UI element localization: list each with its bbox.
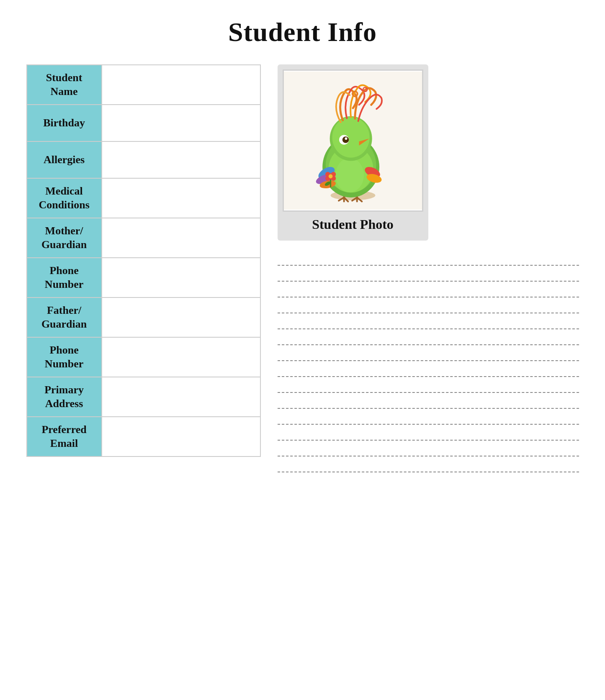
dashed-line-14 <box>278 472 579 472</box>
dashed-line-2 <box>278 281 579 282</box>
dashed-line-3 <box>278 297 579 297</box>
svg-point-18 <box>335 158 364 192</box>
dashed-line-11 <box>278 424 579 425</box>
form-row-father-guardian: Father/ Guardian <box>27 297 260 337</box>
label-preferred-email: Preferred Email <box>27 417 102 456</box>
svg-point-20 <box>332 117 369 158</box>
form-row-birthday: Birthday <box>27 105 260 141</box>
form-row-allergies: Allergies <box>27 141 260 178</box>
dashed-line-6 <box>278 344 579 345</box>
input-primary-address[interactable] <box>102 377 260 417</box>
input-preferred-email[interactable] <box>102 417 260 456</box>
form-row-medical-conditions: Medical Conditions <box>27 178 260 218</box>
input-birthday[interactable] <box>102 105 260 141</box>
form-table: Student NameBirthdayAllergiesMedical Con… <box>26 64 261 457</box>
input-father-guardian[interactable] <box>102 297 260 337</box>
label-mother-guardian: Mother/ Guardian <box>27 218 102 258</box>
form-row-phone-number-2: Phone Number <box>27 337 260 377</box>
dashed-line-8 <box>278 376 579 377</box>
photo-caption: Student Photo <box>283 217 423 232</box>
input-phone-number-1[interactable] <box>102 258 260 297</box>
label-birthday: Birthday <box>27 105 102 141</box>
label-medical-conditions: Medical Conditions <box>27 178 102 218</box>
dashed-line-12 <box>278 440 579 441</box>
label-phone-number-1: Phone Number <box>27 258 102 297</box>
svg-point-25 <box>345 137 347 140</box>
input-allergies[interactable] <box>102 141 260 178</box>
photo-box: Student Photo <box>278 64 428 241</box>
input-phone-number-2[interactable] <box>102 337 260 377</box>
dashed-line-7 <box>278 360 579 361</box>
label-allergies: Allergies <box>27 141 102 178</box>
form-row-primary-address: Primary Address <box>27 377 260 417</box>
label-father-guardian: Father/ Guardian <box>27 297 102 337</box>
dashed-line-9 <box>278 392 579 393</box>
label-primary-address: Primary Address <box>27 377 102 417</box>
form-row-student-name: Student Name <box>27 65 260 105</box>
page-container: Student Info Student NameBirthdayAllergi… <box>26 17 579 683</box>
svg-point-33 <box>328 174 332 179</box>
photo-frame <box>283 69 423 212</box>
right-panel: Student Photo <box>278 64 579 480</box>
dashed-line-10 <box>278 408 579 409</box>
input-mother-guardian[interactable] <box>102 218 260 258</box>
main-content: Student NameBirthdayAllergiesMedical Con… <box>26 64 579 480</box>
input-medical-conditions[interactable] <box>102 178 260 218</box>
form-row-phone-number-1: Phone Number <box>27 258 260 297</box>
input-student-name[interactable] <box>102 65 260 105</box>
label-student-name: Student Name <box>27 65 102 105</box>
dashed-line-4 <box>278 313 579 313</box>
dashed-line-1 <box>278 265 579 266</box>
dashed-line-13 <box>278 456 579 456</box>
dashed-line-5 <box>278 328 579 329</box>
page-title: Student Info <box>26 17 579 48</box>
label-phone-number-2: Phone Number <box>27 337 102 377</box>
lines-section <box>278 253 579 480</box>
form-row-preferred-email: Preferred Email <box>27 417 260 456</box>
form-row-mother-guardian: Mother/ Guardian <box>27 218 260 258</box>
